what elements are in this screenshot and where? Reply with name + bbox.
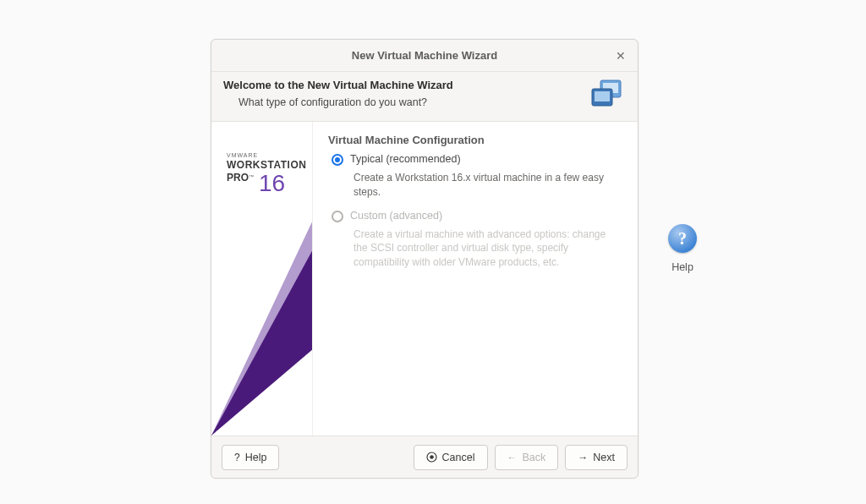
brand-version: 16 [259,172,285,195]
help-button[interactable]: ? Help [222,445,279,470]
brand-edition: PRO [227,172,249,184]
back-button-label: Back [523,452,546,463]
window-title: New Virtual Machine Wizard [352,49,497,62]
radio-custom[interactable]: Custom (advanced) [332,210,622,222]
cancel-button[interactable]: Cancel [414,445,488,470]
wizard-dialog: New Virtual Machine Wizard ✕ Welcome to … [211,39,639,479]
next-button-label: Next [593,452,615,463]
arrow-left-icon: ← [507,452,518,463]
radio-typical-label: Typical (recommended) [350,153,461,165]
brand-product: WORKSTATION [227,160,306,171]
header-text: Welcome to the New Virtual Machine Wizar… [223,77,582,108]
configuration-panel: Virtual Machine Configuration Typical (r… [313,122,638,436]
radio-custom-desc: Create a virtual machine with advanced o… [332,227,622,270]
svg-rect-3 [595,91,610,101]
close-icon: ✕ [616,49,626,63]
close-button[interactable]: ✕ [612,47,629,64]
product-brand: VMWARE WORKSTATION PRO™ 16 [227,152,306,195]
back-button: ← Back [495,445,559,470]
product-banner: VMWARE WORKSTATION PRO™ 16 [211,122,313,436]
arrow-right-icon: → [578,452,588,463]
radio-indicator-icon [332,154,343,166]
welcome-subtitle: What type of configuration do you want? [223,96,582,108]
wizard-body: VMWARE WORKSTATION PRO™ 16 Virtual Machi… [211,122,638,436]
cancel-icon [426,452,437,463]
question-mark: ? [678,229,687,249]
question-icon: ? [234,452,240,463]
radio-indicator-icon [332,211,343,222]
brand-tm: ™ [249,174,254,179]
wizard-footer: ? Help Cancel ← Back → Next [211,436,638,478]
brand-company: VMWARE [227,152,306,159]
desktop-help-label: Help [671,261,693,273]
configuration-options: Typical (recommended) Create a Workstati… [328,153,622,270]
wizard-header: Welcome to the New Virtual Machine Wizar… [211,72,638,122]
svg-point-5 [430,455,434,459]
vm-icon [589,79,626,112]
next-button[interactable]: → Next [565,445,628,470]
desktop-help-shortcut[interactable]: ? Help [657,224,708,273]
welcome-title: Welcome to the New Virtual Machine Wizar… [223,79,582,91]
configuration-heading: Virtual Machine Configuration [328,134,622,146]
radio-typical[interactable]: Typical (recommended) [332,153,622,166]
banner-decoration [211,349,313,436]
cancel-button-label: Cancel [442,452,475,463]
titlebar: New Virtual Machine Wizard ✕ [211,40,638,72]
help-icon: ? [668,224,697,253]
radio-typical-desc: Create a Workstation 16.x virtual machin… [332,171,622,200]
radio-custom-label: Custom (advanced) [350,210,442,222]
help-button-label: Help [245,452,267,463]
